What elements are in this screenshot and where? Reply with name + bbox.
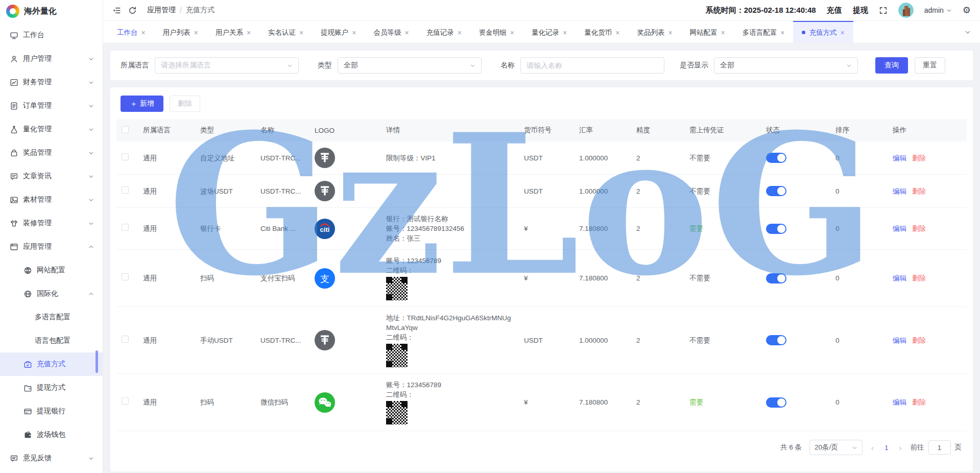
next-page-button[interactable]: ›	[898, 443, 903, 452]
edit-link[interactable]: 编辑	[893, 225, 906, 232]
tab-recharge-record[interactable]: 充值记录×	[418, 21, 470, 43]
sidebar-item-decor-mgmt[interactable]: 装修管理	[0, 211, 103, 235]
sidebar-item-multi-lang-config[interactable]: 多语言配置	[0, 305, 103, 329]
edit-link[interactable]: 编辑	[893, 398, 906, 406]
tab-workbench[interactable]: 工作台×	[108, 21, 154, 43]
refresh-icon[interactable]	[128, 6, 137, 15]
reset-button[interactable]: 重置	[915, 57, 945, 74]
recharge-link[interactable]: 充值	[827, 6, 842, 15]
prev-page-button[interactable]: ‹	[870, 443, 875, 452]
sidebar-scrollbar[interactable]	[95, 350, 98, 373]
row-checkbox[interactable]	[122, 224, 129, 231]
close-icon[interactable]: ×	[780, 29, 784, 37]
close-icon[interactable]: ×	[141, 29, 146, 37]
current-page[interactable]: 1	[882, 444, 891, 452]
delete-link[interactable]: 删除	[912, 337, 926, 344]
tab-prize-list[interactable]: 奖品列表×	[628, 21, 681, 43]
close-icon[interactable]: ×	[563, 29, 567, 37]
close-icon[interactable]: ×	[404, 29, 409, 37]
cell-logo: 支	[309, 250, 381, 307]
sidebar-item-material-mgmt[interactable]: 素材管理	[0, 188, 103, 211]
row-checkbox[interactable]	[122, 273, 129, 280]
sidebar-item-withdraw-bank[interactable]: 提现银行	[0, 399, 103, 423]
row-checkbox[interactable]	[122, 153, 129, 160]
row-checkbox[interactable]	[122, 397, 129, 405]
close-icon[interactable]: ×	[615, 29, 619, 37]
sidebar-item-prize-mgmt[interactable]: 奖品管理	[0, 141, 103, 164]
sidebar-item-finance-mgmt[interactable]: 财务管理	[0, 70, 103, 94]
tab-member-level[interactable]: 会员等级×	[365, 21, 417, 43]
tab-multi-lang-config[interactable]: 多语言配置×	[734, 21, 794, 43]
user-menu[interactable]: admin	[924, 6, 952, 14]
delete-link[interactable]: 删除	[912, 225, 926, 232]
sidebar-item-workbench[interactable]: 工作台	[0, 23, 103, 47]
sidebar-item-tron-wallet[interactable]: 波场钱包	[0, 423, 103, 446]
edit-link[interactable]: 编辑	[893, 274, 906, 282]
status-toggle[interactable]	[766, 397, 786, 408]
add-button[interactable]: ＋新增	[121, 96, 163, 112]
close-icon[interactable]: ×	[668, 29, 672, 37]
fullscreen-icon[interactable]	[879, 6, 888, 15]
sidebar-item-order-mgmt[interactable]: 订单管理	[0, 94, 103, 117]
sidebar-item-feedback[interactable]: 意见反馈	[0, 446, 103, 470]
tab-user-relation[interactable]: 用户关系×	[207, 21, 259, 43]
tab-quant-record[interactable]: 量化记录×	[523, 21, 576, 43]
visible-select[interactable]: 全部	[714, 57, 858, 74]
tab-options-chevron-icon[interactable]	[955, 21, 980, 43]
tab-user-list[interactable]: 用户列表×	[154, 21, 207, 43]
close-icon[interactable]: ×	[352, 29, 356, 37]
type-select[interactable]: 全部	[338, 57, 482, 74]
system-time: 系统时间：2025-02-18 12:40:48	[706, 6, 816, 15]
row-checkbox[interactable]	[122, 336, 129, 343]
withdraw-link[interactable]: 提现	[853, 6, 868, 15]
tab-quant-currency[interactable]: 量化货币×	[576, 21, 628, 43]
status-toggle[interactable]	[766, 224, 786, 234]
edit-link[interactable]: 编辑	[893, 154, 906, 162]
sidebar-item-app-mgmt[interactable]: 应用管理	[0, 235, 103, 258]
breadcrumb-item[interactable]: 应用管理	[147, 6, 176, 15]
collapse-menu-icon[interactable]	[112, 6, 121, 15]
sidebar-item-quant-mgmt[interactable]: 量化管理	[0, 117, 103, 141]
tab-withdraw-account[interactable]: 提现账户×	[312, 21, 365, 43]
name-input[interactable]	[520, 57, 664, 74]
close-icon[interactable]: ×	[840, 29, 844, 37]
select-all-checkbox[interactable]	[122, 126, 129, 133]
close-icon[interactable]: ×	[458, 29, 462, 37]
chevron-down-icon	[88, 103, 94, 109]
goto-page-input[interactable]	[928, 440, 951, 455]
sidebar-item-article-news[interactable]: 文章资讯	[0, 164, 103, 188]
cell-currency: ¥	[519, 250, 574, 307]
edit-link[interactable]: 编辑	[893, 337, 906, 344]
tab-fund-detail[interactable]: 资金明细×	[470, 21, 523, 43]
status-toggle[interactable]	[766, 335, 786, 345]
sidebar-item-withdraw-method[interactable]: 提现方式	[0, 376, 103, 399]
status-toggle[interactable]	[766, 273, 786, 283]
status-toggle[interactable]	[766, 153, 786, 163]
avatar[interactable]	[898, 3, 914, 18]
tab-recharge-method[interactable]: 充值方式×	[793, 21, 853, 43]
close-icon[interactable]: ×	[247, 29, 251, 37]
close-icon[interactable]: ×	[721, 29, 725, 37]
delete-link[interactable]: 删除	[912, 274, 926, 282]
delete-button[interactable]: 删除	[170, 96, 200, 112]
row-checkbox[interactable]	[122, 186, 129, 194]
language-select[interactable]: 请选择所属语言	[155, 57, 299, 74]
delete-link[interactable]: 删除	[912, 398, 926, 406]
sidebar-item-lang-pack-config[interactable]: 语言包配置	[0, 329, 103, 352]
tab-site-config[interactable]: 网站配置×	[681, 21, 734, 43]
sidebar-item-i18n[interactable]: 国际化	[0, 282, 103, 305]
sidebar-item-user-mgmt[interactable]: 用户管理	[0, 47, 103, 70]
delete-link[interactable]: 删除	[912, 187, 926, 195]
gear-icon[interactable]: ⚙	[963, 5, 971, 16]
delete-link[interactable]: 删除	[912, 154, 926, 162]
close-icon[interactable]: ×	[510, 29, 514, 37]
sidebar-item-site-config[interactable]: 网站配置	[0, 258, 103, 282]
sidebar-item-recharge-method[interactable]: 充值方式	[0, 352, 103, 376]
search-button[interactable]: 查询	[875, 57, 908, 74]
page-size-select[interactable]: 20条/页	[809, 440, 863, 455]
close-icon[interactable]: ×	[194, 29, 198, 37]
close-icon[interactable]: ×	[299, 29, 303, 37]
tab-realname-auth[interactable]: 实名认证×	[259, 21, 312, 43]
edit-link[interactable]: 编辑	[893, 187, 906, 195]
status-toggle[interactable]	[766, 186, 786, 196]
